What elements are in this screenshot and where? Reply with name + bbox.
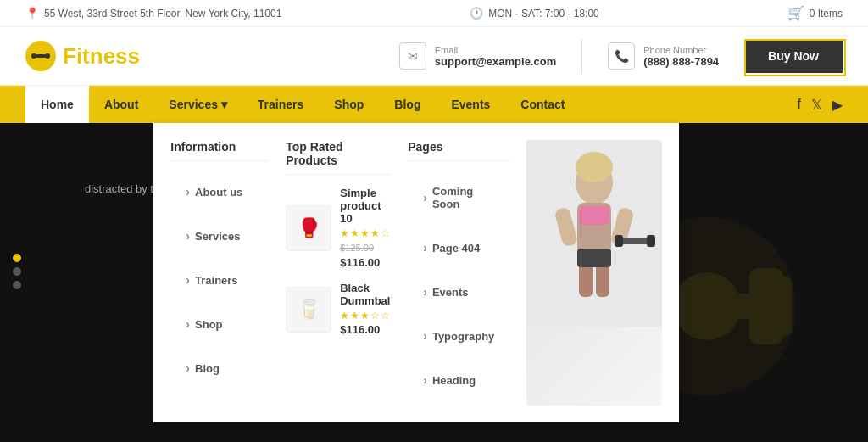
svg-point-7 [576,152,613,182]
phone-icon: 📞 [608,42,635,70]
list-item[interactable]: About us [170,173,269,210]
phone-label: Phone Number [643,45,719,55]
svg-rect-17 [577,249,611,267]
product-image-1: 🥊 [286,205,331,251]
product-name-1: Simple product 10 [340,187,391,225]
dropdown-fitness-image [526,140,662,406]
list-item[interactable]: Services [170,217,269,255]
info-link-trainers[interactable]: Trainers [170,261,269,299]
dropdown-products-col: Top Rated Products 🥊 Simple product 10 ★… [286,140,391,406]
address-text: 55 West, 33rd Street 5th Floor, New York… [44,8,281,20]
nav-item-shop[interactable]: Shop [319,86,379,123]
list-item[interactable]: Blog [170,350,269,387]
list-item[interactable]: Typography [408,317,509,355]
svg-rect-14 [647,235,655,247]
svg-rect-9 [579,206,609,225]
pages-link-typography[interactable]: Typography [408,317,509,355]
list-item[interactable]: Trainers [170,261,269,299]
header-contact: ✉ Email support@example.com 📞 Phone Numb… [399,39,843,73]
hours-area: 🕐 MON - SAT: 7:00 - 18:00 [470,7,599,20]
pages-link-comingsoon[interactable]: Coming Soon [408,173,509,222]
youtube-icon[interactable]: ▶ [832,97,843,113]
top-bar: 📍 55 West, 33rd Street 5th Floor, New Yo… [0,0,868,27]
pages-link-404[interactable]: Page 404 [408,229,509,266]
dropdown-pages-heading: Pages [408,140,509,161]
product-item-1[interactable]: 🥊 Simple product 10 ★★★★☆ $125.00 $116.0… [286,187,391,270]
nav-links: Home About Services ▾ Information About … [25,86,580,123]
product-name-2: Black Dummbal [340,282,391,307]
nav-item-trainers[interactable]: Trainers [242,86,319,123]
product-info-2: Black Dummbal ★★★☆☆ $116.00 [340,282,391,337]
email-label: Email [435,45,556,55]
product-image-2: 🥛 [286,287,331,333]
location-icon: 📍 [25,7,39,20]
product-stars-1: ★★★★☆ [340,227,391,239]
nav-link-services[interactable]: Services ▾ [153,86,242,123]
slide-indicators [13,254,21,289]
nav-item-home[interactable]: Home [25,86,89,123]
slide-dot-1[interactable] [13,254,21,262]
slide-dot-3[interactable] [13,281,21,289]
pages-link-events[interactable]: Events [408,273,509,311]
logo-text: Fitness [63,43,140,70]
cart-count: 0 Items [810,8,843,20]
slide-dot-2[interactable] [13,267,21,276]
pages-link-heading[interactable]: Heading [408,361,509,399]
list-item[interactable]: Page 404 [408,229,509,266]
header: Fitness ✉ Email support@example.com 📞 Ph… [0,27,868,86]
list-item[interactable]: Shop [170,305,269,343]
svg-rect-13 [615,235,623,247]
nav-link-about[interactable]: About [89,86,153,123]
hours-text: MON - SAT: 7:00 - 18:00 [488,8,599,20]
buy-now-button[interactable]: Buy Now [744,39,843,73]
svg-point-28 [673,272,741,340]
nav-link-contact[interactable]: Contact [505,86,580,123]
phone-contact: 📞 Phone Number (888) 888-7894 [608,42,719,70]
svg-rect-4 [47,55,50,58]
list-item[interactable]: Events [408,273,509,311]
email-value: support@example.com [435,55,556,68]
nav-item-services[interactable]: Services ▾ Information About us Services… [153,86,242,123]
nav-link-blog[interactable]: Blog [379,86,436,123]
info-link-aboutus[interactable]: About us [170,173,269,210]
cart-icon: 🛒 [787,5,804,21]
info-link-blog[interactable]: Blog [170,350,269,387]
email-contact: ✉ Email support@example.com [399,42,556,70]
svg-rect-27 [775,277,792,336]
email-icon: ✉ [399,42,426,70]
dropdown-info-col: Information About us Services Trainers S… [170,140,269,406]
facebook-icon[interactable]: f [798,97,801,112]
product-price-new-2: $116.00 [340,323,380,336]
list-item[interactable]: Heading [408,361,509,399]
phone-value: (888) 888-7894 [643,55,719,68]
logo-icon [25,41,56,71]
nav-link-trainers[interactable]: Trainers [242,86,319,123]
info-link-shop[interactable]: Shop [170,305,269,343]
nav-item-events[interactable]: Events [436,86,505,123]
dropdown-info-list: About us Services Trainers Shop Blog [170,173,269,387]
dropdown-info-heading: Information [170,140,269,161]
nav-link-home[interactable]: Home [25,86,89,123]
nav-item-about[interactable]: About [89,86,153,123]
nav-link-events[interactable]: Events [436,86,505,123]
product-price-new-1: $116.00 [340,256,380,269]
svg-rect-2 [36,54,46,58]
cart-area[interactable]: 🛒 0 Items [787,5,843,21]
product-price-old-1: $125.00 [340,243,374,253]
address-area: 📍 55 West, 33rd Street 5th Floor, New Yo… [25,7,281,20]
product-price-1: $125.00 $116.00 [340,239,391,270]
product-item-2[interactable]: 🥛 Black Dummbal ★★★☆☆ $116.00 [286,282,391,337]
info-link-services[interactable]: Services [170,217,269,255]
dropdown-pages-col: Pages Coming Soon Page 404 Events Typogr… [408,140,509,406]
nav-item-contact[interactable]: Contact [505,86,580,123]
main-nav: Home About Services ▾ Information About … [0,86,868,123]
svg-rect-3 [31,55,35,58]
nav-item-blog[interactable]: Blog [379,86,436,123]
logo[interactable]: Fitness [25,41,140,71]
services-dropdown: Information About us Services Trainers S… [153,123,679,422]
nav-link-shop[interactable]: Shop [319,86,379,123]
nav-social: f 𝕏 ▶ [798,97,843,113]
twitter-icon[interactable]: 𝕏 [811,97,822,113]
list-item[interactable]: Coming Soon [408,173,509,222]
dropdown-pages-list: Coming Soon Page 404 Events Typography H… [408,173,509,399]
